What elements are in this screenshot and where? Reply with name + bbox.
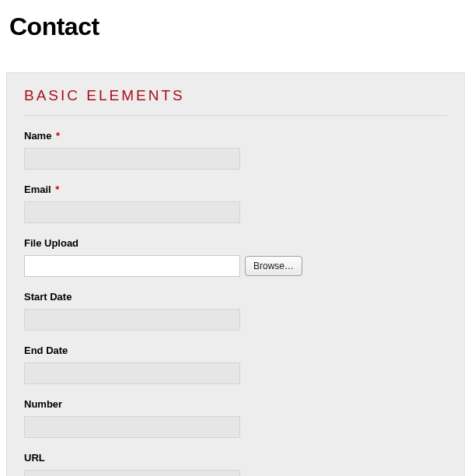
email-input[interactable] [24,201,240,223]
required-asterisk: * [56,130,60,142]
name-label: Name * [24,130,447,142]
url-label: URL [24,452,447,464]
page-title: Contact [9,12,465,41]
field-group-email: Email * [24,184,447,223]
name-input[interactable] [24,148,240,170]
field-group-start-date: Start Date [24,291,447,331]
end-date-label: End Date [24,345,447,356]
browse-button[interactable]: Browse… [245,256,302,276]
number-label: Number [24,398,447,410]
field-group-name: Name * [24,130,447,170]
field-group-file-upload: File Upload Browse… [24,237,447,277]
email-label-text: Email [24,184,51,195]
end-date-input[interactable] [24,362,240,384]
email-label: Email * [24,184,447,195]
url-input[interactable] [24,470,240,476]
start-date-input[interactable] [24,309,240,331]
start-date-label: Start Date [24,291,447,303]
field-group-url: URL [24,452,447,476]
file-upload-row: Browse… [24,255,447,277]
number-input[interactable] [24,416,240,438]
section-divider [24,115,447,116]
section-title: BASIC ELEMENTS [24,87,447,104]
file-upload-label: File Upload [24,237,447,249]
form-card: BASIC ELEMENTS Name * Email * File Uploa… [6,72,465,476]
name-label-text: Name [24,130,51,142]
file-upload-path-input[interactable] [24,255,240,277]
field-group-end-date: End Date [24,345,447,384]
field-group-number: Number [24,398,447,438]
required-asterisk: * [55,184,59,195]
